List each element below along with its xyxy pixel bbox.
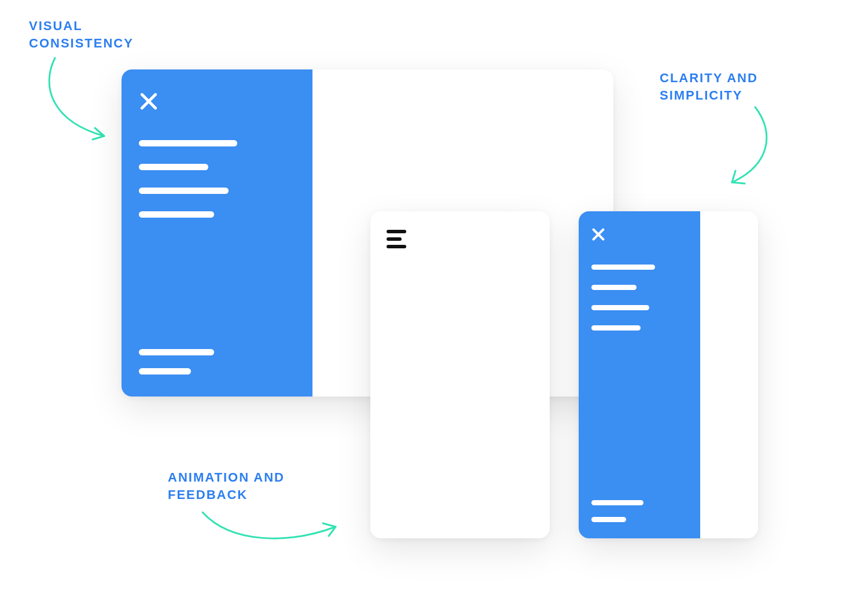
phone-sidebar — [579, 211, 700, 538]
arrow-visual-consistency — [35, 52, 116, 145]
nav-item[interactable] — [591, 305, 649, 310]
arrow-clarity-simplicity — [700, 101, 781, 194]
nav-group-bottom — [139, 349, 295, 375]
nav-item[interactable] — [139, 211, 214, 218]
nav-item[interactable] — [591, 265, 655, 270]
arrow-animation-feedback — [197, 504, 347, 550]
nav-item[interactable] — [591, 500, 643, 505]
nav-item[interactable] — [591, 325, 641, 331]
nav-item[interactable] — [591, 285, 637, 290]
nav-item[interactable] — [139, 368, 191, 375]
label-clarity-simplicity: CLARITY ANDSIMPLICITY — [660, 69, 758, 104]
nav-group-top — [591, 265, 687, 331]
nav-group-top — [139, 140, 295, 218]
label-animation-feedback: ANIMATION ANDFEEDBACK — [168, 469, 285, 503]
phone-mockup-closed — [370, 211, 550, 538]
nav-item[interactable] — [139, 140, 237, 146]
desktop-sidebar — [122, 69, 312, 397]
nav-item[interactable] — [591, 517, 626, 522]
phone-mockup-open — [579, 211, 758, 538]
close-icon[interactable] — [591, 227, 605, 241]
label-visual-consistency: VISUALCONSISTENCY — [29, 17, 134, 52]
nav-item[interactable] — [139, 349, 214, 355]
close-icon[interactable] — [139, 91, 159, 111]
nav-item[interactable] — [139, 164, 208, 170]
nav-group-bottom — [591, 500, 687, 522]
hamburger-icon[interactable] — [387, 230, 406, 248]
nav-item[interactable] — [139, 188, 229, 194]
